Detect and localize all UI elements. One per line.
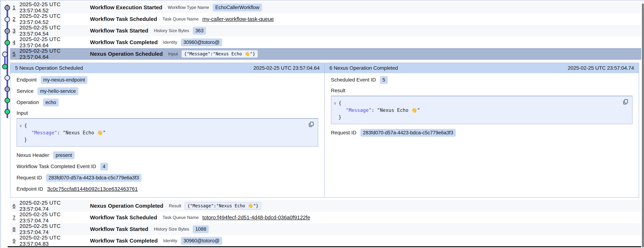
event-attr-label: Workflow Type Name bbox=[168, 5, 209, 10]
detail-field: Endpointmy-nexus-endpoint bbox=[16, 74, 318, 85]
event-name: Workflow Task Completed bbox=[90, 39, 158, 45]
json-line-open: ∨{ bbox=[20, 122, 312, 129]
panel-body: Endpointmy-nexus-endpointServicemy-hello… bbox=[10, 73, 324, 197]
panel-title: 6 Nexus Operation Completed bbox=[330, 65, 398, 71]
json-open-brace: { bbox=[24, 123, 27, 128]
json-line-open: ∨{ bbox=[334, 99, 627, 107]
chevron-down-icon[interactable]: ∨ bbox=[20, 122, 24, 129]
detail-field: Scheduled Event ID5 bbox=[331, 74, 632, 85]
event-name: Workflow Execution Started bbox=[90, 4, 162, 10]
detail-field: Endpoint ID3c0c75ccfa8144b092c13ce632463… bbox=[16, 183, 318, 195]
panel-timestamp: 2025-02-25 UTC 23:57:04.74 bbox=[568, 65, 634, 71]
event-name: Nexus Operation Completed bbox=[90, 203, 163, 209]
event-name: Workflow Task Completed bbox=[90, 238, 158, 244]
scrollbar-thumb[interactable] bbox=[642, 3, 644, 248]
json-value: "Nexus Echo 👋" bbox=[377, 107, 420, 113]
copy-button[interactable] bbox=[622, 99, 628, 105]
json-code-block-wrap: ∨{"Message": "Nexus Echo 👋"} bbox=[16, 118, 318, 147]
timeline-dot-event-5[interactable] bbox=[2, 51, 8, 57]
event-name: Workflow Task Started bbox=[90, 27, 148, 34]
field-label: Request ID bbox=[16, 175, 42, 181]
event-timestamp: 2025-02-25 UTC 23:57:04.83 bbox=[20, 235, 90, 247]
detail-field: Servicemy-hello-service bbox=[16, 85, 318, 97]
bottom-divider bbox=[8, 246, 642, 247]
timeline-dot-event-8[interactable] bbox=[4, 86, 10, 92]
panel-title: 5 Nexus Operation Scheduled bbox=[15, 65, 83, 71]
event-attr-label: Result bbox=[169, 203, 181, 209]
timeline-dot-event-7[interactable] bbox=[4, 75, 10, 81]
panel-header[interactable]: 5 Nexus Operation Scheduled 2025-02-25 U… bbox=[10, 63, 324, 73]
event-attr-value-link[interactable]: totoro:f494fecf-2d51-4d48-bdcd-036a0f912… bbox=[202, 215, 310, 221]
field-value-badge: 5 bbox=[380, 76, 388, 84]
history-event-row[interactable]: 32025-02-25 UTC 23:57:04.54Workflow Task… bbox=[10, 25, 642, 36]
event-timestamp: 2025-02-25 UTC 23:57:04.74 bbox=[20, 211, 90, 224]
event-attr-value-link[interactable]: my-caller-workflow-task-queue bbox=[202, 16, 274, 22]
event-name: Workflow Task Scheduled bbox=[90, 16, 157, 22]
json-open-brace: { bbox=[338, 100, 342, 106]
field-value-badge: 4 bbox=[100, 163, 108, 171]
event-id-link[interactable]: 7 bbox=[12, 215, 20, 221]
history-event-row[interactable]: 62025-02-25 UTC 23:57:04.74Nexus Operati… bbox=[10, 200, 642, 212]
json-value: "Nexus Echo 👋" bbox=[63, 130, 106, 135]
timeline-dot-event-1[interactable] bbox=[4, 5, 10, 10]
timeline-dot-event-9[interactable] bbox=[4, 98, 10, 103]
json-line-message: "Message": "Nexus Echo 👋" bbox=[20, 129, 312, 136]
history-event-row[interactable]: 22025-02-25 UTC 23:57:04.52Workflow Task… bbox=[10, 13, 642, 25]
history-content: 12025-02-25 UTC 23:57:04.52Workflow Exec… bbox=[10, 2, 642, 247]
json-colon: : bbox=[372, 107, 377, 113]
event-detail-panels: 5 Nexus Operation Scheduled 2025-02-25 U… bbox=[10, 63, 639, 198]
history-event-row[interactable]: 52025-02-25 UTC 23:57:04.64Nexus Operati… bbox=[10, 48, 642, 60]
field-value-link[interactable]: 3c0c75ccfa8144b092c13ce632463761 bbox=[47, 186, 138, 192]
panel-header[interactable]: 6 Nexus Operation Completed 2025-02-25 U… bbox=[325, 63, 639, 73]
json-line-close: } bbox=[20, 136, 312, 143]
event-id-link[interactable]: 3 bbox=[12, 28, 20, 34]
field-label: Endpoint bbox=[16, 77, 37, 83]
event-rows-bottom: 62025-02-25 UTC 23:57:04.74Nexus Operati… bbox=[10, 200, 642, 247]
event-id-link[interactable]: 5 bbox=[12, 51, 20, 57]
history-event-row[interactable]: 42025-02-25 UTC 23:57:04.64Workflow Task… bbox=[10, 36, 642, 48]
event-attr-value-badge: 1088 bbox=[193, 225, 209, 233]
timeline-dot-event-6[interactable] bbox=[2, 64, 8, 69]
event-id-link[interactable]: 1 bbox=[12, 4, 20, 10]
detail-field: Nexus Headerpresent bbox=[16, 150, 318, 161]
detail-field: Request ID283fd070-d57a-4423-bdca-c5c779… bbox=[16, 172, 318, 183]
field-value-badge: present bbox=[53, 151, 74, 159]
history-event-row[interactable]: 92025-02-25 UTC 23:57:04.83Workflow Task… bbox=[10, 235, 642, 247]
timeline-dot-event-10[interactable] bbox=[4, 109, 10, 114]
field-label: Nexus Header bbox=[16, 152, 49, 158]
json-key: "Message" bbox=[346, 107, 372, 113]
timeline-dot-event-4[interactable] bbox=[4, 40, 10, 45]
detail-field: Workflow Task Completed Event ID4 bbox=[16, 161, 318, 172]
copy-button[interactable] bbox=[308, 121, 314, 127]
scrollbar-track[interactable] bbox=[641, 0, 644, 248]
event-attr-value-code: {"Message":"Nexus Echo 👋"} bbox=[182, 50, 258, 58]
event-timestamp: 2025-02-25 UTC 23:57:04.54 bbox=[20, 24, 90, 37]
event-attr-value-badge: 30960@totoro@ bbox=[181, 237, 222, 245]
event-attr-label: Identity bbox=[163, 40, 177, 45]
history-event-row[interactable]: 82025-02-25 UTC 23:57:04.74Workflow Task… bbox=[10, 223, 642, 235]
history-event-row[interactable]: 72025-02-25 UTC 23:57:04.74Workflow Task… bbox=[10, 212, 642, 223]
detail-field: Request ID283fd070-d57a-4423-bdca-c5c779… bbox=[331, 127, 632, 138]
detail-field-label: Input bbox=[16, 109, 318, 117]
panel-timestamp: 2025-02-25 UTC 23:57:04.64 bbox=[254, 65, 320, 71]
event-attr-value-badge: 363 bbox=[193, 27, 206, 35]
event-attr-label: History Size Bytes bbox=[154, 227, 189, 232]
event-id-link[interactable]: 6 bbox=[12, 203, 20, 209]
timeline-dot-event-3[interactable] bbox=[4, 28, 10, 34]
event-timestamp: 2025-02-25 UTC 23:57:04.74 bbox=[20, 200, 90, 212]
field-label: Workflow Task Completed Event ID bbox=[16, 164, 96, 169]
event-id-link[interactable]: 8 bbox=[12, 226, 20, 232]
timeline-dot-event-2[interactable] bbox=[4, 17, 10, 22]
event-timestamp: 2025-02-25 UTC 23:57:04.52 bbox=[20, 13, 90, 25]
panel-nexus-operation-scheduled: 5 Nexus Operation Scheduled 2025-02-25 U… bbox=[10, 63, 324, 197]
field-label: Input bbox=[16, 110, 28, 116]
history-event-row[interactable]: 12025-02-25 UTC 23:57:04.52Workflow Exec… bbox=[10, 2, 642, 13]
event-rows-top: 12025-02-25 UTC 23:57:04.52Workflow Exec… bbox=[10, 2, 642, 60]
event-id-link[interactable]: 2 bbox=[12, 16, 20, 22]
copy-icon bbox=[622, 99, 628, 105]
panel-nexus-operation-completed: 6 Nexus Operation Completed 2025-02-25 U… bbox=[324, 63, 639, 197]
detail-field-label: Result bbox=[331, 87, 632, 95]
event-id-link[interactable]: 4 bbox=[12, 39, 20, 45]
chevron-down-icon[interactable]: ∨ bbox=[334, 100, 338, 107]
event-id-link[interactable]: 9 bbox=[12, 238, 20, 244]
